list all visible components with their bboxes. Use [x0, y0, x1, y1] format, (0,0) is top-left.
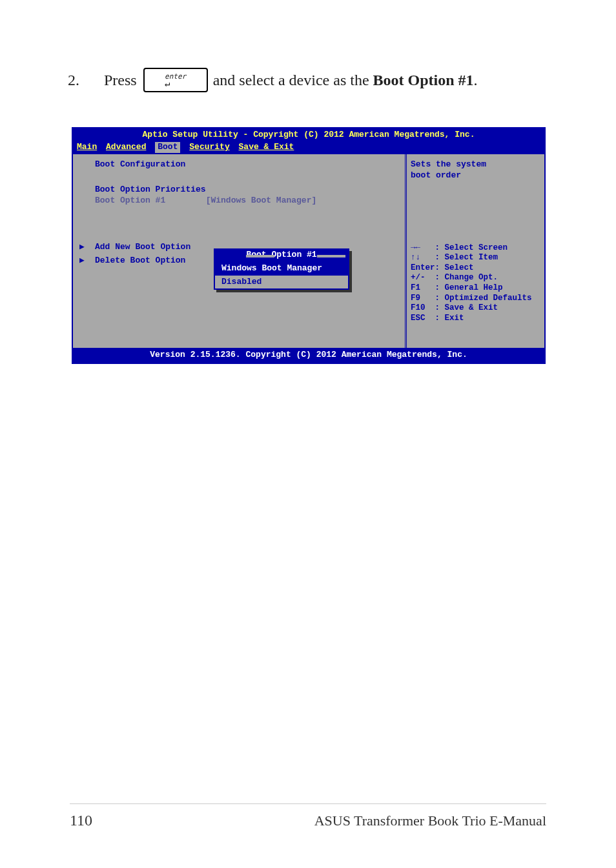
- press-label: Press: [104, 72, 137, 89]
- instruction-text: and select a device as the Boot Option #…: [213, 72, 478, 89]
- side-desc: Sets the system boot order: [411, 159, 540, 181]
- tab-save-exit[interactable]: Save & Exit: [239, 142, 294, 153]
- boot-priorities-heading: Boot Option Priorities: [95, 185, 397, 196]
- manual-title: ASUS Transformer Book Trio E-Manual: [314, 812, 546, 829]
- bios-main-panel: Boot Configuration Boot Option Prioritie…: [73, 154, 405, 348]
- boot-option-row[interactable]: Boot Option #1 [Windows Boot Manager]: [95, 196, 397, 207]
- tab-boot[interactable]: Boot: [155, 142, 180, 153]
- bios-screenshot: Aptio Setup Utility - Copyright (C) 2012…: [72, 127, 546, 364]
- boot-configuration-heading: Boot Configuration: [95, 159, 397, 170]
- key-legend: →← : Select Screen ↑↓ : Select Item Ente…: [411, 243, 540, 324]
- triangle-right-icon: ▶: [79, 242, 85, 253]
- page-number: 110: [70, 812, 92, 829]
- triangle-right-icon: ▶: [79, 256, 85, 267]
- bios-tabs: Main Advanced Boot Security Save & Exit: [77, 142, 540, 153]
- instruction-line: 2. Press enter ↵ and select a device as …: [68, 68, 548, 92]
- tab-advanced[interactable]: Advanced: [106, 142, 146, 153]
- bios-footer: Version 2.15.1236. Copyright (C) 2012 Am…: [72, 348, 546, 364]
- tab-main[interactable]: Main: [77, 142, 97, 153]
- enter-key-icon: enter ↵: [143, 68, 208, 92]
- bios-header: Aptio Setup Utility - Copyright (C) 2012…: [72, 127, 546, 154]
- popup-item-windows-boot-manager[interactable]: Windows Boot Manager: [215, 262, 348, 276]
- tab-security[interactable]: Security: [189, 142, 229, 153]
- popup-item-disabled[interactable]: Disabled: [215, 276, 348, 289]
- bios-title: Aptio Setup Utility - Copyright (C) 2012…: [77, 130, 540, 141]
- boot-option-popup: Boot Option #1 Windows Boot Manager Disa…: [214, 248, 349, 290]
- popup-title: Boot Option #1: [214, 248, 349, 262]
- step-number: 2.: [68, 72, 104, 89]
- page-footer: 110 ASUS Transformer Book Trio E-Manual: [70, 803, 546, 829]
- bios-help-panel: Sets the system boot order →← : Select S…: [405, 154, 544, 348]
